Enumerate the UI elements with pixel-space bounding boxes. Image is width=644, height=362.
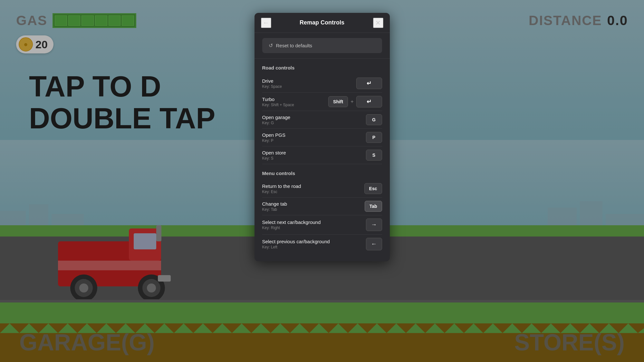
next-car-info: Select next car/background Key: Right <box>262 219 321 230</box>
open-garage-name: Open garage <box>262 115 291 120</box>
change-tab-name: Change tab <box>262 201 287 207</box>
turbo-shift-key-button[interactable]: Shift <box>328 96 348 107</box>
next-car-name: Select next car/background <box>262 219 321 225</box>
drive-name: Drive <box>262 78 282 84</box>
return-road-name: Return to the road <box>262 183 301 189</box>
reset-to-defaults-button[interactable]: ↺ Reset to defaults <box>262 38 382 53</box>
open-garage-g-key-button[interactable]: G <box>366 114 382 125</box>
open-pgs-name: Open PGS <box>262 132 286 138</box>
road-controls-section-label: Road controls <box>262 65 382 70</box>
reset-label: Reset to defaults <box>276 43 312 48</box>
turbo-key: Key: Shift + Space <box>262 103 294 107</box>
turbo-name: Turbo <box>262 97 294 102</box>
modal-overlay: ← Remap Controls ✕ ↺ Reset to defaults R… <box>0 0 644 362</box>
open-store-key: Key: S <box>262 156 286 161</box>
prev-car-left-key-button[interactable]: ← <box>366 238 382 250</box>
prev-car-info: Select previous car/background Key: Left <box>262 239 330 249</box>
remap-controls-modal: ← Remap Controls ✕ ↺ Reset to defaults R… <box>255 13 390 261</box>
close-button[interactable]: ✕ <box>373 18 383 28</box>
open-pgs-keys: P <box>366 132 382 143</box>
modal-header: ← Remap Controls ✕ <box>255 13 390 33</box>
turbo-info: Turbo Key: Shift + Space <box>262 97 294 107</box>
drive-space-key-button[interactable]: ↵ <box>356 78 382 89</box>
return-road-key: Key: Esc <box>262 190 301 194</box>
drive-key: Key: Space <box>262 84 282 89</box>
controls-content: Road controls Drive Key: Space ↵ Turbo K… <box>255 59 390 261</box>
reset-icon: ↺ <box>269 42 273 49</box>
turbo-space-key-button[interactable]: ↵ <box>356 96 382 107</box>
open-store-name: Open store <box>262 150 286 155</box>
prev-car-keys: ← <box>366 238 382 250</box>
open-store-keys: S <box>366 150 382 161</box>
control-row-open-store: Open store Key: S S <box>262 146 382 164</box>
drive-keys: ↵ <box>356 78 382 89</box>
modal-title: Remap Controls <box>300 19 344 26</box>
open-pgs-p-key-button[interactable]: P <box>366 132 382 143</box>
control-row-drive: Drive Key: Space ↵ <box>262 74 382 93</box>
next-car-right-key-button[interactable]: → <box>366 218 382 231</box>
return-road-keys: Esc <box>364 183 382 194</box>
open-garage-info: Open garage Key: G <box>262 115 291 125</box>
open-store-info: Open store Key: S <box>262 150 286 161</box>
open-pgs-key: Key: P <box>262 138 286 143</box>
return-road-esc-key-button[interactable]: Esc <box>364 183 382 194</box>
control-row-open-garage: Open garage Key: G G <box>262 111 382 129</box>
prev-car-name: Select previous car/background <box>262 239 330 244</box>
control-row-change-tab: Change tab Key: Tab Tab <box>262 198 382 215</box>
prev-car-key: Key: Left <box>262 245 330 249</box>
plus-separator: + <box>351 99 353 105</box>
return-road-info: Return to the road Key: Esc <box>262 183 301 194</box>
open-pgs-info: Open PGS Key: P <box>262 132 286 143</box>
reset-section: ↺ Reset to defaults <box>255 33 390 59</box>
control-row-next-car: Select next car/background Key: Right → <box>262 215 382 235</box>
control-row-turbo: Turbo Key: Shift + Space Shift + ↵ <box>262 93 382 111</box>
next-car-keys: → <box>366 218 382 231</box>
control-row-return-road: Return to the road Key: Esc Esc <box>262 180 382 198</box>
change-tab-keys: Tab <box>365 201 382 212</box>
menu-controls-section-label: Menu controls <box>262 171 382 176</box>
change-tab-info: Change tab Key: Tab <box>262 201 287 212</box>
back-icon: ← <box>263 19 269 26</box>
control-row-prev-car: Select previous car/background Key: Left… <box>262 235 382 254</box>
next-car-key: Key: Right <box>262 226 321 230</box>
open-store-s-key-button[interactable]: S <box>366 150 382 161</box>
turbo-keys: Shift + ↵ <box>328 96 382 107</box>
close-icon: ✕ <box>375 19 381 27</box>
back-button[interactable]: ← <box>261 18 271 28</box>
drive-info: Drive Key: Space <box>262 78 282 89</box>
change-tab-key: Key: Tab <box>262 207 287 212</box>
open-garage-key: Key: G <box>262 121 291 125</box>
change-tab-tab-key-button[interactable]: Tab <box>365 201 382 212</box>
open-garage-keys: G <box>366 114 382 125</box>
control-row-open-pgs: Open PGS Key: P P <box>262 129 382 146</box>
